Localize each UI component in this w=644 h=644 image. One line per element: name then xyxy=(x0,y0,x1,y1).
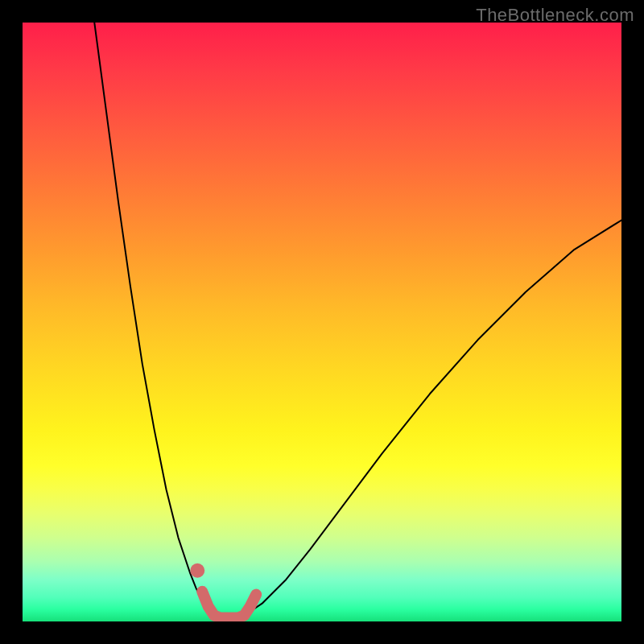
chart-frame: TheBottleneck.com xyxy=(0,0,644,644)
plot-area xyxy=(23,23,621,621)
highlight-band xyxy=(202,592,256,618)
watermark-text: TheBottleneck.com xyxy=(476,5,634,26)
curve-overlay xyxy=(23,23,621,621)
curve-left xyxy=(94,23,214,616)
highlight-dot xyxy=(190,564,204,578)
curve-right xyxy=(244,221,621,616)
